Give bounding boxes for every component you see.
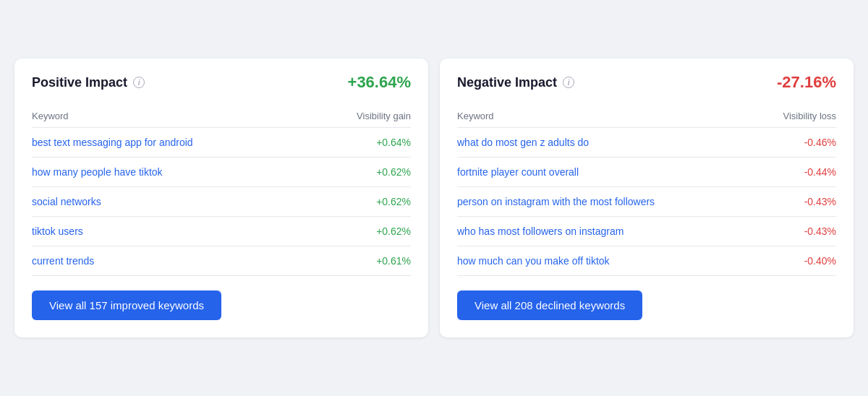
keyword-link[interactable]: who has most followers on instagram (457, 225, 624, 237)
keyword-value: -0.40% (804, 255, 836, 267)
positive-panel-value: +36.64% (348, 73, 411, 92)
keyword-link[interactable]: what do most gen z adults do (457, 137, 589, 148)
keyword-value: -0.43% (804, 225, 836, 237)
keyword-link[interactable]: best text messaging app for android (32, 137, 193, 148)
positive-info-icon[interactable]: i (133, 77, 145, 88)
table-row: how many people have tiktok +0.62% (32, 158, 411, 187)
table-row: current trends +0.61% (32, 246, 411, 276)
view-all-improved-button[interactable]: View all 157 improved keywords (32, 290, 221, 320)
keyword-value: +0.62% (376, 196, 411, 207)
table-row: who has most followers on instagram -0.4… (457, 217, 836, 246)
negative-table-body: what do most gen z adults do -0.46% fort… (457, 128, 836, 276)
keyword-link[interactable]: fortnite player count overall (457, 166, 579, 178)
keyword-link[interactable]: how much can you make off tiktok (457, 255, 610, 267)
positive-table-header: Keyword Visibility gain (32, 105, 411, 128)
panels-container: Positive Impact i +36.64% Keyword Visibi… (14, 59, 854, 337)
table-row: person on instagram with the most follow… (457, 187, 836, 217)
keyword-link[interactable]: tiktok users (32, 225, 83, 237)
keyword-value: -0.46% (804, 137, 836, 148)
keyword-link[interactable]: current trends (32, 255, 94, 267)
keyword-value: +0.61% (376, 255, 411, 267)
table-row: what do most gen z adults do -0.46% (457, 128, 836, 158)
keyword-value: -0.43% (804, 196, 836, 207)
positive-panel-header: Positive Impact i +36.64% (32, 73, 411, 92)
negative-panel-header: Negative Impact i -27.16% (457, 73, 836, 92)
keyword-link[interactable]: social networks (32, 196, 101, 207)
table-row: best text messaging app for android +0.6… (32, 128, 411, 158)
negative-title-group: Negative Impact i (457, 75, 574, 90)
positive-panel-title: Positive Impact (32, 75, 127, 90)
positive-col-visibility: Visibility gain (357, 111, 411, 121)
positive-col-keyword: Keyword (32, 111, 69, 121)
positive-table-body: best text messaging app for android +0.6… (32, 128, 411, 276)
negative-impact-panel: Negative Impact i -27.16% Keyword Visibi… (440, 59, 854, 337)
keyword-value: +0.62% (376, 166, 411, 178)
keyword-link[interactable]: how many people have tiktok (32, 166, 163, 178)
keyword-value: +0.64% (376, 137, 411, 148)
keyword-link[interactable]: person on instagram with the most follow… (457, 196, 655, 207)
negative-table-header: Keyword Visibility loss (457, 105, 836, 128)
view-all-declined-button[interactable]: View all 208 declined keywords (457, 290, 642, 320)
negative-panel-value: -27.16% (777, 73, 836, 92)
negative-panel-title: Negative Impact (457, 75, 557, 90)
table-row: fortnite player count overall -0.44% (457, 158, 836, 187)
keyword-value: -0.44% (804, 166, 836, 178)
negative-col-keyword: Keyword (457, 111, 494, 121)
negative-col-visibility: Visibility loss (783, 111, 836, 121)
table-row: tiktok users +0.62% (32, 217, 411, 246)
positive-impact-panel: Positive Impact i +36.64% Keyword Visibi… (14, 59, 428, 337)
table-row: social networks +0.62% (32, 187, 411, 217)
positive-title-group: Positive Impact i (32, 75, 145, 90)
negative-info-icon[interactable]: i (563, 77, 574, 88)
keyword-value: +0.62% (376, 225, 411, 237)
table-row: how much can you make off tiktok -0.40% (457, 246, 836, 276)
